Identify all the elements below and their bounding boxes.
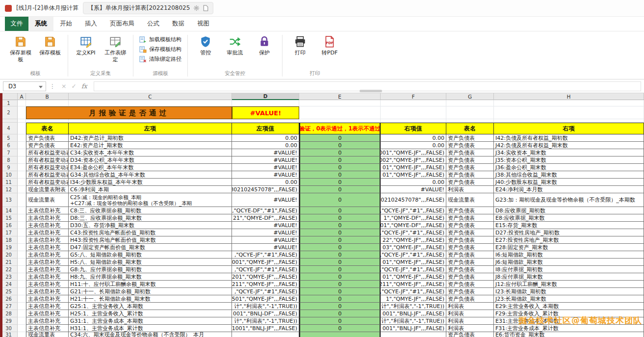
- grid-cell[interactable]: 0: [299, 171, 381, 179]
- grid-cell[interactable]: ,"QCYE-JF","#1",FALSE): [232, 266, 299, 273]
- grid-cell[interactable]: E29:主营业务收入_本期数: [494, 303, 644, 310]
- grid-cell[interactable]: [494, 106, 644, 119]
- grid-cell[interactable]: 21","QMYE-DF",,,FALSE): [232, 214, 299, 222]
- grid-cell[interactable]: 0: [299, 317, 381, 325]
- grid-cell[interactable]: 资产负债表: [446, 142, 494, 149]
- grid-cell[interactable]: 211","QMYE-JF",,,FALSE): [232, 281, 299, 288]
- grid-cell[interactable]: 0: [299, 222, 381, 229]
- grid-cell[interactable]: 计","利润表","-1",TRUE)): [381, 317, 446, 325]
- grid-cell[interactable]: [18, 106, 26, 119]
- grid-cell[interactable]: 0.00: [381, 134, 446, 142]
- grid-cell[interactable]: 03","QMYE-JF",,,FALSE): [381, 244, 446, 251]
- grid-cell[interactable]: J12:应付职工薪酬_期末数: [494, 281, 644, 288]
- menu-tab-6[interactable]: 数据: [166, 17, 191, 31]
- grid-cell[interactable]: #VALUE!: [232, 156, 299, 164]
- grid-cell[interactable]: 001","QMYE-JF",,,FALSE): [381, 149, 446, 156]
- to-pdf-button[interactable]: PDF 转PDF: [315, 32, 344, 57]
- grid-cell[interactable]: [18, 244, 26, 251]
- row-header[interactable]: [0, 119, 18, 123]
- grid-cell[interactable]: #VALUE!: [232, 244, 299, 251]
- grid-cell[interactable]: 主表信息补充: [26, 259, 69, 266]
- grid-cell[interactable]: 0: [299, 156, 381, 164]
- protect-button[interactable]: 保护: [250, 32, 279, 57]
- document-tab[interactable]: 【系】单体月报计算表[20221208025: [83, 2, 214, 14]
- grid-cell[interactable]: 主表信息补充: [26, 288, 69, 295]
- grid-cell[interactable]: 主表信息补充: [26, 273, 69, 281]
- grid-cell[interactable]: [69, 119, 232, 123]
- column-header-E[interactable]: E: [299, 93, 381, 100]
- grid-cell[interactable]: [18, 222, 26, 229]
- grid-cell[interactable]: 0.00: [232, 179, 299, 186]
- grid-cell[interactable]: 501","QMYE-JF",,,FALSE): [232, 295, 299, 303]
- grid-cell[interactable]: 22","QMYE-JF",,,FALSE): [381, 236, 446, 244]
- row-header[interactable]: 13: [0, 193, 18, 207]
- grid-cell[interactable]: [299, 106, 381, 119]
- grid-cell[interactable]: [18, 332, 26, 337]
- grid-cell[interactable]: D30:五、存货净额_期末数: [69, 222, 232, 229]
- grid-cell[interactable]: 资产负债表: [446, 259, 494, 266]
- grid-cell[interactable]: 所有者权益变动表: [26, 149, 69, 156]
- name-box[interactable]: D3: [3, 81, 46, 91]
- grid-cell[interactable]: [18, 171, 26, 179]
- row-header[interactable]: 23: [0, 273, 18, 281]
- clear-binding-path-button[interactable]: 清除绑定路径: [137, 54, 184, 64]
- row-header[interactable]: 21: [0, 259, 18, 266]
- grid-cell[interactable]: [232, 332, 299, 337]
- grid-cell[interactable]: 主表信息补充: [26, 303, 69, 310]
- grid-cell[interactable]: D42:资产总计_期初数: [69, 134, 232, 142]
- grid-cell[interactable]: 0: [299, 214, 381, 222]
- row-header[interactable]: 10: [0, 171, 18, 179]
- grid-cell[interactable]: 主表信息补充: [26, 214, 69, 222]
- grid-cell[interactable]: G21:十一、长期借款余额_期初数: [69, 288, 232, 295]
- grid-cell[interactable]: 资产负债表: [446, 179, 494, 186]
- row-header[interactable]: 14: [0, 207, 18, 214]
- grid-cell[interactable]: 计","利润表","-1",TRUE)): [232, 317, 299, 325]
- grid-cell[interactable]: J38:其他综合收益_期末数: [494, 171, 644, 179]
- mini-scrollbar[interactable]: [360, 90, 382, 92]
- grid-cell[interactable]: 资产负债表: [26, 134, 69, 142]
- grid-cell[interactable]: [18, 288, 26, 295]
- grid-cell[interactable]: [446, 100, 494, 106]
- column-header-H[interactable]: H: [494, 93, 644, 100]
- grid-cell[interactable]: 0: [299, 236, 381, 244]
- grid-cell[interactable]: ,"QCYE-JF","#1",,FALSE): [381, 251, 446, 259]
- grid-cell[interactable]: H21:十一、长期借款余额_期末数: [69, 295, 232, 303]
- grid-cell[interactable]: 利润表: [446, 325, 494, 332]
- document-icon[interactable]: [203, 5, 208, 11]
- grid-cell[interactable]: E24:净利润_本月数: [494, 186, 644, 193]
- grid-cell[interactable]: [381, 106, 446, 119]
- grid-cell[interactable]: E42:资产总计_期末数: [69, 142, 232, 149]
- grid-cell[interactable]: C34:六、期末现金及现金等价物余额（不含受限）_本月: [69, 332, 232, 337]
- cancel-icon[interactable]: ×: [59, 82, 69, 90]
- grid-cell[interactable]: [18, 317, 26, 325]
- row-header[interactable]: 22: [0, 266, 18, 273]
- grid-cell[interactable]: I34:少数股东权益_本年年末数: [69, 179, 232, 186]
- grid-cell[interactable]: H43:投资性房地产帐面价值_期末数: [69, 236, 232, 244]
- grid-cell[interactable]: C8:三、应收票据余额_期初数: [69, 207, 232, 214]
- grid-cell[interactable]: I23:长期借款_期初数: [494, 288, 644, 295]
- grid-cell[interactable]: E8:应收票据_期末数: [494, 214, 644, 222]
- header-cell[interactable]: 左项值: [232, 123, 299, 134]
- validation-title-cell[interactable]: 月报验证是否通过: [26, 106, 232, 119]
- grid-cell[interactable]: 001","BNLJ-JF",,,FALSE): [381, 325, 446, 332]
- grid-cell[interactable]: I8:应付票据_期初数: [494, 266, 644, 273]
- grid-cell[interactable]: 0: [299, 134, 381, 142]
- grid-cell[interactable]: 计","利润表","-1",TRUE)): [232, 303, 299, 310]
- grid-cell[interactable]: 0: [299, 229, 381, 236]
- column-header-A[interactable]: A: [18, 93, 26, 100]
- grid-cell[interactable]: H31:1、主营业务成本_累计数: [69, 325, 232, 332]
- grid-cell[interactable]: C43:投资性房地产帐面价值_期初数: [69, 229, 232, 236]
- grid-cell[interactable]: 0: [299, 295, 381, 303]
- grid-cell[interactable]: [26, 119, 69, 123]
- grid-cell[interactable]: 1","QMYE-JF",,,FALSE): [381, 295, 446, 303]
- control-button[interactable]: 管控: [191, 32, 220, 57]
- grid-cell[interactable]: J6:短期借款_期末数: [494, 259, 644, 266]
- grid-cell[interactable]: 0: [299, 142, 381, 149]
- chevron-down-icon[interactable]: [39, 86, 43, 88]
- grid-cell[interactable]: 计","利润表","-1",TRUE)): [381, 303, 446, 310]
- grid-cell[interactable]: H5:八、短期借款余额_期末数: [69, 259, 232, 266]
- row-header[interactable]: 25: [0, 288, 18, 295]
- grid-cell[interactable]: [18, 310, 26, 317]
- grid-cell[interactable]: 主表信息补充: [26, 317, 69, 325]
- row-header[interactable]: 5: [0, 134, 18, 142]
